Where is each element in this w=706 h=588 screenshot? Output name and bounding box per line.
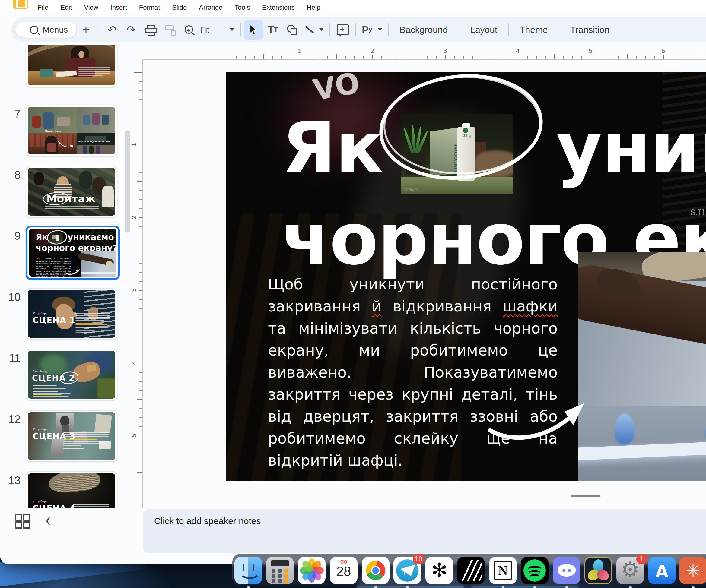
dock-davinci-icon[interactable] — [584, 557, 612, 584]
settings-badge: 1 — [636, 554, 647, 564]
slide-thumbnail-11[interactable]: Сторіборд СЦЕНА 2 — [26, 349, 117, 401]
select-tool-button[interactable] — [244, 20, 263, 40]
line-tool[interactable] — [302, 20, 316, 40]
zoom-fit-label[interactable]: Fit — [200, 25, 209, 35]
slide-13-number: 13 — [7, 474, 21, 487]
off-slide-line-element[interactable] — [571, 495, 600, 497]
dock-finder-icon[interactable] — [234, 557, 262, 584]
slide-canvas[interactable]: VO S.H Як 26 g NATURALWHEY continu — [226, 72, 706, 481]
thumb9-title-2: уникаємо — [68, 233, 114, 242]
menu-format[interactable]: Format — [139, 4, 160, 11]
finder-running-dot — [247, 586, 250, 588]
slide-13-preview: Сторіборд СЦЕНА 4 — [28, 473, 115, 508]
menu-insert[interactable]: Insert — [110, 4, 127, 11]
slide-body-text[interactable]: Щоб уникнути постійного закривання й від… — [268, 274, 557, 481]
toolbar-divider — [388, 23, 389, 37]
paint-roller-icon — [165, 25, 175, 35]
line-dropdown-caret[interactable] — [319, 28, 323, 31]
paint-format-button[interactable] — [160, 20, 180, 40]
print-button[interactable] — [141, 20, 160, 40]
slides-app-window: File Edit View Insert Format Slide Arran… — [0, 0, 706, 564]
dock-notion-icon[interactable]: N — [489, 557, 517, 584]
dock-discord-icon[interactable] — [553, 557, 581, 584]
filmstrip-scrollbar[interactable] — [125, 130, 130, 233]
slide-thumbnail-8[interactable]: Монтаж VO — [26, 166, 117, 218]
dock-appstore-icon[interactable]: A — [648, 557, 676, 584]
slide-title-word-1[interactable]: Як — [281, 113, 383, 183]
ruler-baseline — [143, 59, 706, 60]
theme-button[interactable]: Theme — [512, 20, 555, 40]
dock-starburst-app-icon[interactable]: ✳ — [679, 557, 706, 584]
zoom-in-icon: + — [185, 25, 194, 34]
dock-calendar-icon[interactable]: Сб 28 — [330, 557, 357, 584]
pen-tool[interactable]: Py — [359, 20, 375, 40]
menu-arrange[interactable]: Arrange — [199, 4, 222, 11]
horizontal-ruler[interactable]: 1 2 3 4 5 6 — [227, 48, 706, 60]
cursor-icon — [249, 24, 258, 36]
dock-chrome-icon[interactable] — [362, 557, 390, 584]
pen-dropdown-caret[interactable] — [378, 28, 382, 31]
slide-thumbnail-9-selected[interactable]: Як уникаємо чорного екрану? Щоб уникнути… — [26, 225, 120, 280]
dock-spotify-icon[interactable] — [521, 557, 549, 584]
slide-7-number: 7 — [7, 108, 21, 120]
dock-photos-icon[interactable] — [298, 557, 325, 584]
slide-title-word-2[interactable]: уникаємо — [556, 113, 706, 183]
dock-calculator-icon[interactable] — [266, 557, 294, 584]
menu-view[interactable]: View — [84, 4, 98, 11]
menu-extensions[interactable]: Extensions — [262, 4, 295, 11]
slide-thumbnail-13[interactable]: Сторіборд СЦЕНА 4 — [26, 471, 117, 508]
print-icon — [146, 25, 156, 34]
telegram-badge: 10 — [413, 554, 424, 564]
menu-edit[interactable]: Edit — [60, 4, 72, 11]
menu-tools[interactable]: Tools — [235, 4, 250, 11]
slide-thumbnail-10[interactable]: Сторіборд СЦЕНА 1 — [26, 288, 117, 340]
background-button[interactable]: Background — [392, 20, 456, 40]
insert-comment-button[interactable] — [333, 20, 352, 40]
slide-thumbnail-12[interactable]: Сторіборд СЦЕНА 3 — [26, 410, 117, 462]
slide-12-number: 12 — [7, 413, 21, 426]
shape-icon — [287, 25, 297, 35]
slide-thumbnail-7[interactable]: Плавні рухи Моменти видійної статики — [26, 104, 117, 157]
slide-12-preview: Сторіборд СЦЕНА 3 — [28, 412, 115, 460]
menu-slide[interactable]: Slide — [172, 4, 187, 11]
search-menus-button[interactable]: Menus — [15, 22, 76, 38]
menus-label: Menus — [43, 25, 68, 35]
transition-button[interactable]: Transition — [562, 20, 618, 40]
redo-button[interactable]: ↷ — [122, 20, 141, 40]
slide-thumbnail-6[interactable]: Камера — [26, 45, 117, 87]
comment-icon — [337, 25, 349, 35]
text-box-tool[interactable]: TT — [263, 20, 282, 40]
google-slides-icon[interactable] — [13, 0, 28, 9]
undo-button[interactable]: ↶ — [102, 20, 122, 40]
notion-glyph: N — [489, 563, 516, 578]
zoom-dropdown-caret[interactable] — [230, 28, 234, 31]
slide-right-photo[interactable] — [578, 252, 706, 481]
search-icon — [30, 26, 38, 34]
slide-9-number: 9 — [7, 230, 21, 243]
dock-telegram-icon[interactable]: 10 — [393, 557, 421, 584]
layout-button[interactable]: Layout — [462, 20, 505, 40]
slide-11-circle-sketch — [59, 371, 79, 385]
grid-view-button[interactable] — [15, 513, 30, 528]
speaker-notes-box[interactable]: Click to add speaker notes — [143, 509, 706, 553]
menu-file[interactable]: File — [38, 4, 48, 11]
ruler-h-5: 5 — [586, 47, 595, 55]
calendar-day: 28 — [330, 564, 357, 579]
chatgpt-glyph: ✻ — [425, 559, 453, 581]
slide-8-number: 8 — [7, 169, 21, 181]
new-slide-button[interactable]: + — [76, 23, 95, 37]
collapse-filmstrip-button[interactable]: ‹ — [46, 509, 50, 530]
dock-settings-icon[interactable]: ⚙ 1 — [616, 557, 644, 584]
vertical-ruler[interactable]: 1 2 3 4 5 — [134, 72, 143, 481]
dock-chatgpt-icon[interactable]: ✻ — [425, 557, 453, 584]
appstore-glyph: A — [648, 561, 676, 581]
dock-stripes-app-icon[interactable] — [457, 557, 485, 584]
slide-10-title: СЦЕНА 1 — [33, 316, 75, 325]
zoom-button[interactable]: + — [180, 20, 199, 40]
slide-9-preview: Як уникаємо чорного екрану? Щоб уникнути… — [29, 229, 116, 277]
menu-help[interactable]: Help — [307, 4, 320, 11]
slide-11-number: 11 — [7, 352, 21, 365]
notion-running-dot — [502, 586, 505, 588]
slide-10-number: 10 — [7, 291, 21, 304]
shape-tool[interactable] — [282, 20, 302, 40]
